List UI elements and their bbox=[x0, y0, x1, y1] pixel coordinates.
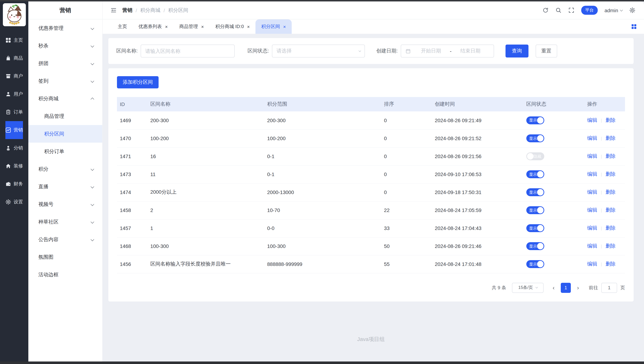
column-header: 区间名称 bbox=[148, 97, 264, 111]
status-toggle[interactable]: 显示 bbox=[526, 134, 544, 142]
cell-id: 1468 bbox=[117, 237, 148, 255]
reset-button[interactable]: 重置 bbox=[536, 45, 557, 58]
edit-link[interactable]: 编辑 bbox=[587, 207, 597, 213]
status-toggle[interactable]: 显示 bbox=[526, 188, 544, 196]
delete-link[interactable]: 删除 bbox=[606, 225, 616, 231]
tab-积分商城 ID:0[interactable]: 积分商城 ID:0× bbox=[210, 20, 256, 34]
page-number-current[interactable]: 1 bbox=[561, 283, 571, 293]
edit-link[interactable]: 编辑 bbox=[587, 243, 597, 249]
tab-label: 优惠券列表 bbox=[138, 23, 162, 30]
refresh-icon[interactable] bbox=[542, 7, 548, 13]
rail-item-marketing[interactable]: 营销 bbox=[6, 121, 23, 139]
range-status-select[interactable]: 请选择 bbox=[272, 45, 365, 58]
platform-badge[interactable]: 平台 bbox=[581, 6, 598, 15]
close-icon[interactable]: × bbox=[247, 24, 250, 29]
edit-link[interactable]: 编辑 bbox=[587, 261, 597, 267]
toggle-label: 显示 bbox=[529, 208, 537, 213]
sidebar-item-sign-in[interactable]: 签到 bbox=[28, 72, 102, 90]
goto-page-input[interactable] bbox=[601, 283, 617, 293]
action-divider: | bbox=[601, 244, 602, 249]
sidebar-item-announcement[interactable]: 公告内容 bbox=[28, 231, 102, 248]
status-toggle[interactable]: 显示 bbox=[526, 260, 544, 268]
delete-link[interactable]: 删除 bbox=[606, 153, 616, 159]
rail-item-decorate[interactable]: 装修 bbox=[6, 157, 23, 175]
add-points-range-button[interactable]: 添加积分区间 bbox=[117, 76, 158, 88]
delete-link[interactable]: 删除 bbox=[606, 171, 616, 177]
close-icon[interactable]: × bbox=[165, 24, 168, 29]
status-toggle[interactable]: 显示 bbox=[526, 206, 544, 214]
user-menu[interactable]: admin bbox=[604, 7, 622, 13]
prev-page-button[interactable]: ‹ bbox=[549, 284, 558, 291]
delete-link[interactable]: 删除 bbox=[606, 117, 616, 123]
close-icon[interactable]: × bbox=[283, 24, 286, 29]
sidebar-item-points-mall[interactable]: 积分商城 bbox=[28, 90, 102, 107]
edit-link[interactable]: 编辑 bbox=[587, 189, 597, 195]
tab-主页[interactable]: 主页 bbox=[112, 20, 133, 34]
delete-link[interactable]: 删除 bbox=[606, 243, 616, 249]
rail-item-settings[interactable]: 设置 bbox=[6, 193, 23, 211]
status-toggle[interactable]: 显示 bbox=[526, 242, 544, 250]
tab-积分区间[interactable]: 积分区间× bbox=[256, 20, 292, 34]
status-toggle[interactable]: 显示 bbox=[526, 224, 544, 232]
chevron-down-icon bbox=[90, 202, 94, 206]
rail-item-distribution[interactable]: 分销 bbox=[6, 139, 23, 157]
delete-link[interactable]: 删除 bbox=[606, 207, 616, 213]
edit-link[interactable]: 编辑 bbox=[587, 153, 597, 159]
rail-item-orders[interactable]: 订单 bbox=[6, 103, 23, 121]
status-toggle[interactable]: 显示 bbox=[526, 170, 544, 178]
cell-name: 16 bbox=[148, 147, 264, 165]
date-range-picker[interactable]: 开始日期 - 结束日期 bbox=[400, 45, 494, 58]
sidebar-item-community[interactable]: 种草社区 bbox=[28, 213, 102, 231]
start-date-placeholder: 开始日期 bbox=[412, 48, 450, 54]
page-size-select[interactable]: 15条/页 bbox=[512, 283, 544, 293]
range-name-input[interactable] bbox=[145, 48, 230, 54]
chevron-down-icon bbox=[90, 238, 94, 241]
delete-link[interactable]: 删除 bbox=[606, 135, 616, 141]
action-divider: | bbox=[601, 190, 602, 195]
cell-range: 2000-13000 bbox=[264, 183, 381, 201]
gear-icon[interactable] bbox=[629, 7, 636, 13]
sidebar-item-coupon-manage[interactable]: 优惠券管理 bbox=[28, 20, 102, 37]
status-toggle[interactable]: 隐藏 bbox=[526, 152, 544, 160]
cell-created: 2024-09-10 17:06:53 bbox=[432, 165, 524, 183]
toggle-knob bbox=[537, 207, 544, 214]
rail-item-users[interactable]: 用户 bbox=[6, 85, 23, 103]
sidebar-item-points-order[interactable]: 积分订单 bbox=[28, 143, 102, 160]
sidebar-item-activity-border[interactable]: 活动边框 bbox=[28, 266, 102, 283]
status-toggle[interactable]: 显示 bbox=[526, 116, 544, 124]
delete-link[interactable]: 删除 bbox=[606, 261, 616, 267]
delete-link[interactable]: 删除 bbox=[606, 189, 616, 195]
sidebar-item-video-account[interactable]: 视频号 bbox=[28, 196, 102, 213]
tab-商品管理[interactable]: 商品管理× bbox=[174, 20, 210, 34]
sidebar-item-group-buy[interactable]: 拼团 bbox=[28, 55, 102, 72]
rail-item-label: 用户 bbox=[14, 91, 23, 97]
table-body: 1469200-300200-30002024-08-26 09:21:49显示… bbox=[117, 111, 625, 273]
next-page-button[interactable]: › bbox=[574, 284, 582, 291]
edit-link[interactable]: 编辑 bbox=[587, 171, 597, 177]
fullscreen-icon[interactable] bbox=[568, 7, 574, 13]
rail-item-goods[interactable]: 商品 bbox=[6, 49, 23, 67]
sidebar-item-atmosphere[interactable]: 氛围图 bbox=[28, 248, 102, 266]
rail-item-home[interactable]: 主页 bbox=[6, 31, 23, 49]
tab-优惠券列表[interactable]: 优惠券列表× bbox=[133, 20, 174, 34]
table-row: 1456区间名称输入字段长度校验并且唯一888888-999999552024-… bbox=[117, 255, 625, 273]
sidebar-item-live[interactable]: 直播 bbox=[28, 178, 102, 196]
edit-link[interactable]: 编辑 bbox=[587, 117, 597, 123]
toggle-knob bbox=[537, 171, 544, 177]
close-icon[interactable]: × bbox=[201, 24, 204, 29]
primary-sidebar: 主页商品商户用户订单营销分销装修财务设置 bbox=[0, 2, 28, 364]
search-button[interactable]: 查询 bbox=[505, 45, 528, 58]
sidebar-item-points-range[interactable]: 积分区间 bbox=[28, 125, 102, 143]
tab-options-grid-icon[interactable] bbox=[631, 24, 637, 30]
edit-link[interactable]: 编辑 bbox=[587, 135, 597, 141]
cell-sort: 0 bbox=[381, 147, 432, 165]
search-icon[interactable] bbox=[556, 7, 562, 13]
rail-item-merchant[interactable]: 商户 bbox=[6, 67, 23, 85]
rail-item-finance[interactable]: 财务 bbox=[6, 175, 23, 193]
edit-link[interactable]: 编辑 bbox=[587, 225, 597, 231]
sidebar-item-goods-manage[interactable]: 商品管理 bbox=[28, 107, 102, 125]
sidebar-item-points[interactable]: 积分 bbox=[28, 160, 102, 178]
collapse-sidebar-icon[interactable] bbox=[110, 7, 116, 13]
sidebar-item-seckill[interactable]: 秒杀 bbox=[28, 37, 102, 55]
table-row: 1458210-70222024-08-24 17:05:59显示编辑|删除 bbox=[117, 201, 625, 219]
